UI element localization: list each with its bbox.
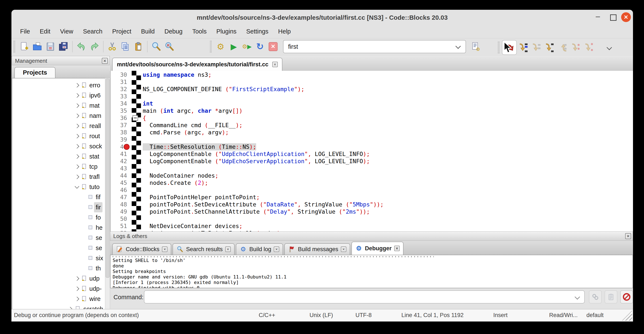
menu-tools[interactable]: Tools bbox=[187, 28, 212, 35]
tree-item-sock[interactable]: sock bbox=[12, 141, 105, 151]
chevron-right-icon[interactable] bbox=[75, 134, 79, 138]
chevron-down-icon[interactable] bbox=[75, 184, 79, 189]
menu-file[interactable]: File bbox=[15, 28, 35, 35]
new-file-button[interactable] bbox=[18, 40, 31, 53]
chevron-right-icon[interactable] bbox=[75, 286, 79, 291]
log-tab-search-results[interactable]: Search results✕ bbox=[172, 243, 234, 255]
menu-view[interactable]: View bbox=[55, 28, 78, 35]
tree-item-ipv6[interactable]: ipv6 bbox=[12, 90, 105, 101]
tree-item-six[interactable]: six bbox=[12, 253, 105, 263]
tree-item-fir[interactable]: fir bbox=[12, 202, 105, 212]
undo-button[interactable] bbox=[75, 40, 88, 53]
menu-build[interactable]: Build bbox=[136, 28, 160, 35]
tree-item-se[interactable]: se bbox=[12, 243, 105, 253]
tab-close-icon[interactable]: ✕ bbox=[272, 62, 278, 67]
tab-close-icon[interactable]: ✕ bbox=[341, 246, 346, 252]
step-into-button[interactable] bbox=[543, 41, 556, 54]
chevron-right-icon[interactable] bbox=[75, 124, 79, 128]
replace-button[interactable]: R bbox=[163, 40, 176, 53]
build-and-run-button[interactable]: ⚙▶ bbox=[240, 40, 254, 53]
toolbar-gripper[interactable] bbox=[210, 41, 212, 53]
tree-item-he[interactable]: he bbox=[12, 222, 105, 233]
chevron-right-icon[interactable] bbox=[75, 164, 79, 169]
fold-collapse-icon[interactable] bbox=[132, 115, 138, 121]
chevron-right-icon[interactable] bbox=[75, 154, 79, 159]
tree-item-mat[interactable]: mat bbox=[12, 101, 105, 111]
run-button[interactable]: ▶ bbox=[227, 40, 240, 53]
save-button[interactable] bbox=[44, 40, 57, 53]
tree-item-stat[interactable]: stat bbox=[12, 151, 105, 161]
log-tab-code-blocks[interactable]: Code::Blocks✕ bbox=[112, 243, 171, 255]
tab-close-icon[interactable]: ✕ bbox=[394, 246, 400, 251]
chevron-right-icon[interactable] bbox=[75, 276, 79, 281]
attach-command-button[interactable] bbox=[589, 290, 602, 303]
tree-item-trafl[interactable]: trafl bbox=[12, 172, 105, 182]
project-tree[interactable]: erroipv6matnamreallroutsockstattcptraflt… bbox=[12, 78, 105, 309]
log-tab-build-messages[interactable]: Build messages✕ bbox=[284, 243, 350, 255]
chevron-right-icon[interactable] bbox=[75, 114, 79, 118]
tree-item-tuto[interactable]: tuto bbox=[12, 182, 105, 192]
tree-item-reall[interactable]: reall bbox=[12, 121, 105, 131]
menu-debug[interactable]: Debug bbox=[160, 28, 187, 35]
toolbar-gripper[interactable] bbox=[498, 42, 500, 53]
save-all-button[interactable] bbox=[57, 40, 70, 53]
log-tab-build-log[interactable]: ⚙Build log✕ bbox=[236, 243, 283, 255]
find-button[interactable] bbox=[150, 40, 163, 53]
tree-item-fif[interactable]: fif bbox=[12, 192, 105, 202]
next-instruction-button[interactable] bbox=[569, 41, 582, 54]
build-target-options-button[interactable]: ⚙ bbox=[469, 40, 482, 53]
tree-item-udp[interactable]: udp bbox=[12, 273, 105, 283]
log-tab-debugger[interactable]: ⚙Debugger✕ bbox=[352, 242, 404, 255]
tree-item-fo[interactable]: fo bbox=[12, 212, 105, 222]
tree-item-nam[interactable]: nam bbox=[12, 111, 105, 121]
tree-item-tcp[interactable]: tcp bbox=[12, 161, 105, 172]
chevron-right-icon[interactable] bbox=[75, 144, 79, 149]
command-input[interactable] bbox=[144, 290, 585, 303]
minimize-button[interactable]: – bbox=[594, 13, 602, 21]
tree-item-scratch[interactable]: scratch bbox=[12, 304, 105, 309]
build-target-select[interactable]: first bbox=[283, 40, 466, 53]
toolbar-overflow-button[interactable] bbox=[603, 41, 616, 54]
tree-scrollbar[interactable] bbox=[105, 78, 110, 309]
menu-help[interactable]: Help bbox=[273, 28, 296, 35]
menu-search[interactable]: Search bbox=[78, 28, 107, 35]
tree-item-erro[interactable]: erro bbox=[12, 80, 105, 90]
tab-close-icon[interactable]: ✕ bbox=[225, 246, 231, 252]
tree-item-wire[interactable]: wire bbox=[12, 294, 105, 304]
management-close-icon[interactable]: ✕ bbox=[102, 58, 108, 64]
breakpoint-icon[interactable] bbox=[124, 144, 130, 150]
logs-close-icon[interactable]: ✕ bbox=[625, 233, 631, 239]
chevron-right-icon[interactable] bbox=[75, 93, 79, 98]
chevron-right-icon[interactable] bbox=[75, 297, 79, 301]
chevron-right-icon[interactable] bbox=[75, 83, 79, 88]
copy-log-button[interactable] bbox=[604, 290, 617, 303]
maximize-button[interactable] bbox=[610, 15, 616, 21]
open-file-button[interactable] bbox=[31, 40, 44, 53]
tab-close-icon[interactable]: ✕ bbox=[162, 246, 168, 252]
step-out-button[interactable] bbox=[556, 41, 569, 54]
menu-edit[interactable]: Edit bbox=[35, 28, 55, 35]
next-line-button[interactable] bbox=[530, 41, 543, 54]
chevron-down-icon[interactable] bbox=[574, 294, 580, 299]
tree-item-th[interactable]: th bbox=[12, 263, 105, 273]
chevron-down-icon[interactable] bbox=[455, 44, 461, 49]
menu-settings[interactable]: Settings bbox=[241, 28, 273, 35]
tree-scrollbar-thumb[interactable] bbox=[106, 79, 110, 278]
close-button[interactable]: ✕ bbox=[621, 12, 631, 22]
menu-project[interactable]: Project bbox=[107, 28, 136, 35]
chevron-right-icon[interactable] bbox=[75, 103, 79, 108]
chevron-right-icon[interactable] bbox=[75, 175, 79, 179]
title-bar[interactable]: mnt/dev/tools/source/ns-3-dev/examples/t… bbox=[12, 10, 633, 25]
step-into-instruction-button[interactable] bbox=[582, 41, 596, 54]
debugger-output[interactable]: Setting SHELL to '/bin/sh'doneSetting br… bbox=[110, 255, 633, 288]
tree-item-udp-[interactable]: udp- bbox=[12, 283, 105, 294]
build-button[interactable]: ⚙ bbox=[214, 40, 227, 53]
run-to-cursor-button[interactable] bbox=[517, 41, 530, 54]
toolbar-gripper[interactable] bbox=[14, 41, 15, 53]
menu-plugins[interactable]: Plugins bbox=[212, 28, 241, 35]
redo-button[interactable] bbox=[88, 40, 101, 53]
tab-projects[interactable]: Projects bbox=[14, 67, 56, 78]
rebuild-button[interactable]: ↻ bbox=[254, 40, 266, 53]
tab-close-icon[interactable]: ✕ bbox=[274, 246, 279, 252]
tree-item-se[interactable]: se bbox=[12, 233, 105, 243]
